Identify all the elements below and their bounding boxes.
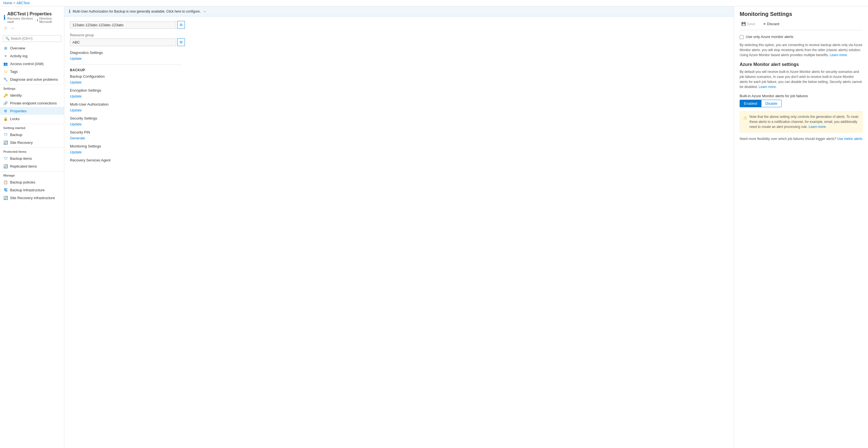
identity-icon: 🔑 [3, 93, 8, 98]
breadcrumb-current[interactable]: ABCTest [17, 1, 30, 5]
section-protected-items: Protected items [0, 147, 64, 154]
breadcrumb-home[interactable]: Home [3, 1, 12, 5]
subscription-id-field: ⧉ [70, 21, 728, 29]
sidebar-item-site-recovery[interactable]: 🔄 Site Recovery [0, 139, 64, 146]
copy-icon: ⧉ [180, 23, 182, 27]
security-pin-label: Security PIN [70, 130, 728, 134]
sidebar-item-tags[interactable]: 🏷 Tags [0, 68, 64, 75]
diagnostics-label: Diagnostics Settings [70, 50, 728, 55]
azure-monitor-title: Azure Monitor alert settings [740, 62, 862, 67]
security-settings-label: Security Settings [70, 116, 728, 120]
panel-toolbar: 💾 Save ✕ Discard [740, 21, 862, 30]
use-azure-monitor-checkbox[interactable] [740, 35, 744, 39]
resource-group-copy-button[interactable]: ⧉ [177, 38, 185, 46]
search-container: 🔍 [3, 35, 61, 42]
save-button[interactable]: 💾 Save [740, 21, 757, 27]
sidebar-item-access-control[interactable]: 👥 Access control (IAM) [0, 60, 64, 68]
backup-config-link[interactable]: Update [70, 80, 82, 84]
multi-user-link[interactable]: Update [70, 108, 82, 112]
properties-icon: ⚙ [3, 109, 8, 113]
discard-button[interactable]: ✕ Discard [762, 21, 781, 27]
monitoring-link[interactable]: Update [70, 150, 82, 154]
warning-box: ⚠ Note that the above setting only contr… [740, 111, 862, 132]
sidebar-item-replicated-items[interactable]: 🔄 Replicated items [0, 162, 64, 170]
notification-icon: ℹ [69, 9, 70, 14]
section-getting-started: Getting started [0, 124, 64, 131]
security-settings-row: Security Settings Update [70, 116, 728, 126]
security-pin-link[interactable]: Generate [70, 136, 85, 140]
toggle-disable-button[interactable]: Disable [762, 100, 782, 107]
sidebar-item-activity-log[interactable]: ≡ Activity log [0, 52, 64, 60]
sidebar-item-site-recovery-infra[interactable]: 🔄 Site Recovery infrastructure [0, 194, 64, 202]
panel-title: Monitoring Settings [740, 11, 862, 17]
content-area: ℹ Multi-User Authorization for Backup is… [64, 6, 868, 448]
notification-bar[interactable]: ℹ Multi-User Authorization for Backup is… [64, 6, 734, 16]
learn-more-link-1[interactable]: Learn more. [830, 53, 848, 57]
backup-policies-icon: 📋 [3, 180, 8, 184]
sidebar-item-diagnose[interactable]: 🔧 Diagnose and solve problems [0, 75, 64, 83]
subscription-id-input[interactable] [70, 21, 176, 29]
sidebar-label-site-recovery-infra: Site Recovery infrastructure [10, 196, 55, 200]
site-recovery-icon: 🔄 [3, 140, 8, 145]
backup-config-row: Backup Configuration Update [70, 74, 728, 84]
sidebar-item-backup[interactable]: 🛡 Backup [0, 131, 64, 139]
sidebar-item-private-endpoints[interactable]: 🔗 Private endpoint connections [0, 99, 64, 107]
toggle-enabled-button[interactable]: Enabled [740, 100, 762, 107]
section-settings: Settings [0, 84, 64, 91]
section-manage: Manage [0, 171, 64, 178]
save-icon: 💾 [741, 22, 746, 26]
monitoring-label: Monitoring Settings [70, 144, 728, 148]
warning-icon: ⚠ [743, 114, 747, 129]
notification-arrow: → [203, 9, 206, 13]
security-settings-link[interactable]: Update [70, 122, 82, 126]
search-input[interactable] [11, 37, 59, 40]
multi-user-row: Multi-User Authorization Update [70, 102, 728, 112]
sidebar-label-identity: Identity [10, 93, 22, 98]
sidebar-item-locks[interactable]: 🔒 Locks [0, 115, 64, 123]
sidebar-label-locks: Locks [10, 117, 20, 121]
monitoring-settings-row: Monitoring Settings Update [70, 144, 728, 154]
locks-icon: 🔒 [3, 116, 8, 121]
agent-row: Recovery Services Agent [70, 158, 728, 162]
replicated-items-icon: 🔄 [3, 164, 8, 168]
sidebar-item-overview[interactable]: ⊞ Overview [0, 44, 64, 52]
resource-group-label: Resource group [70, 33, 728, 37]
metric-alerts-link[interactable]: Use metric alerts [837, 137, 862, 141]
search-icon: 🔍 [5, 37, 9, 40]
learn-more-link-2[interactable]: Learn more. [759, 85, 777, 89]
sidebar-label-properties: Properties [10, 109, 27, 113]
more-button[interactable]: ··· [10, 25, 15, 31]
agent-label: Recovery Services Agent [70, 158, 728, 162]
sidebar-item-backup-policies[interactable]: 📋 Backup policies [0, 178, 64, 186]
resource-group-input[interactable] [70, 39, 176, 46]
favorite-button[interactable]: ☆ [3, 25, 8, 31]
description-text-2: By default you will receive built-in Azu… [740, 69, 862, 90]
encryption-label: Encryption Settings [70, 88, 728, 93]
vault-icon: ℹ [3, 14, 6, 21]
discard-icon: ✕ [763, 22, 766, 26]
diagnose-icon: 🔧 [3, 77, 8, 81]
directory-label: Directory: Microsoft [39, 17, 61, 24]
description-text-1: By selecting this option, you are consen… [740, 42, 862, 58]
sidebar-item-identity[interactable]: 🔑 Identity [0, 91, 64, 99]
use-azure-monitor-row: Use only Azure monitor alerts [740, 35, 862, 39]
sidebar-label-backup-items: Backup items [10, 157, 32, 161]
backup-section-title: BACKUP [70, 68, 728, 72]
diagnostics-update-link[interactable]: Update [70, 57, 82, 61]
security-pin-row: Security PIN Generate [70, 130, 728, 140]
toggle-group: Enabled Disable [740, 100, 862, 107]
sidebar-label-backup-policies: Backup policies [10, 180, 35, 184]
sidebar-title: ABCTest | Properties [7, 11, 61, 16]
backup-infrastructure-icon: 🏗 [3, 188, 8, 192]
learn-more-link-3[interactable]: Learn more. [808, 125, 827, 129]
encryption-link[interactable]: Update [70, 94, 82, 98]
sidebar-label-diagnose: Diagnose and solve problems [10, 77, 58, 81]
checkbox-label: Use only Azure monitor alerts [746, 35, 793, 39]
sidebar-subtitle: Recovery Services vault [7, 17, 34, 24]
tags-icon: 🏷 [3, 69, 8, 74]
sidebar-item-properties[interactable]: ⚙ Properties [0, 107, 64, 115]
sidebar-item-backup-infrastructure[interactable]: 🏗 Backup Infrastructure [0, 186, 64, 194]
subscription-id-copy-button[interactable]: ⧉ [177, 21, 185, 29]
sidebar-label-overview: Overview [10, 46, 25, 50]
sidebar-item-backup-items[interactable]: 🛡 Backup items [0, 154, 64, 162]
